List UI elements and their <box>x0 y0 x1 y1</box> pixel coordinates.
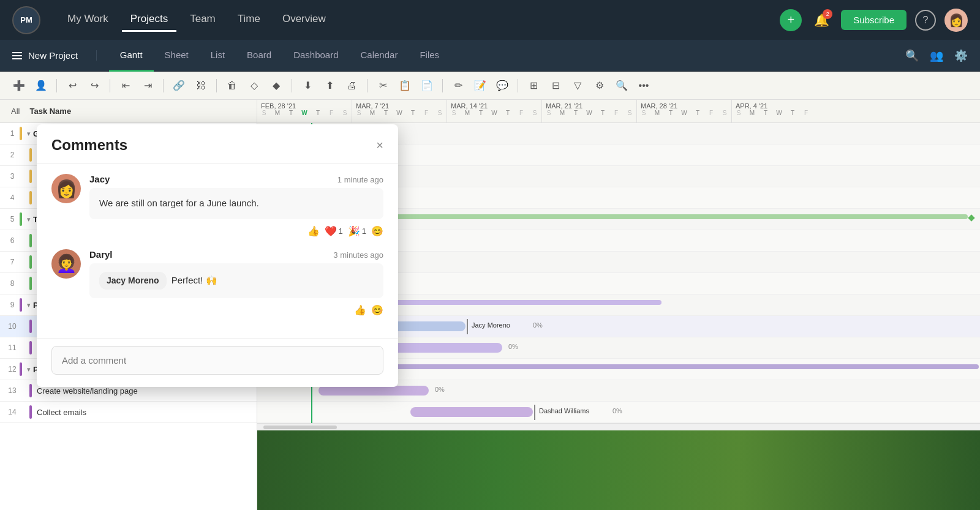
logo-badge[interactable]: PM <box>12 6 40 34</box>
unlink-btn[interactable]: ⛓ <box>192 77 210 95</box>
indent-btn[interactable]: ⇤ <box>116 77 135 95</box>
toolbar-sep-3 <box>163 79 164 92</box>
reaction-heart[interactable]: ❤️ 1 <box>325 225 343 237</box>
settings-icon[interactable]: ⚙️ <box>954 49 968 62</box>
config-btn[interactable]: ⚙ <box>590 77 609 95</box>
toolbar: ➕ 👤 ↩ ↪ ⇤ ⇥ 🔗 ⛓ 🗑 ◇ ◆ ⬇ ⬆ 🖨 ✂ 📋 📄 ✏ 📝 💬 … <box>0 72 980 100</box>
team-icon[interactable]: 👥 <box>930 49 943 62</box>
outdent-btn[interactable]: ⇥ <box>138 77 157 95</box>
reaction-party[interactable]: 🎉 1 <box>348 225 366 237</box>
shape2-btn[interactable]: ◆ <box>267 77 285 95</box>
filter-btn[interactable]: ▽ <box>568 77 587 95</box>
subscribe-button[interactable]: Subscribe <box>841 10 907 30</box>
add-button[interactable]: + <box>780 9 802 31</box>
search-icon[interactable]: 🔍 <box>905 49 919 62</box>
scrollbar-thumb[interactable] <box>263 426 337 429</box>
reactions-row: 👍 😊 <box>89 304 383 316</box>
paste-btn[interactable]: 📄 <box>418 77 436 95</box>
row-number: 5 <box>5 215 20 223</box>
grid-btn[interactable]: ⊟ <box>546 77 565 95</box>
reaction-smile[interactable]: 😊 <box>371 304 383 316</box>
row-number: 12 <box>5 365 20 373</box>
date-day: T <box>474 110 488 116</box>
reaction-thumbsup[interactable]: 👍 <box>307 225 320 237</box>
date-day-today: W <box>298 110 311 119</box>
tab-board[interactable]: Board <box>236 40 282 72</box>
share-btn[interactable]: ⬆ <box>320 77 339 95</box>
group-expand-icon[interactable]: ▾ <box>27 301 31 309</box>
logo-text: PM <box>20 15 32 24</box>
add-task-btn[interactable]: ➕ <box>10 77 28 95</box>
date-day: W <box>677 110 691 116</box>
tab-sheet[interactable]: Sheet <box>154 40 200 72</box>
zoom-btn[interactable]: 🔍 <box>612 77 631 95</box>
export-btn[interactable]: ⬇ <box>298 77 317 95</box>
task-name: Collect emails <box>37 408 86 417</box>
tab-calendar[interactable]: Calendar <box>350 40 409 72</box>
notification-badge: 2 <box>823 9 832 19</box>
group-expand-icon[interactable]: ▾ <box>27 366 31 373</box>
toolbar-sep-4 <box>216 79 217 92</box>
add-comment-input[interactable] <box>51 346 383 375</box>
undo-btn[interactable]: ↩ <box>63 77 81 95</box>
group-expand-icon[interactable]: ▾ <box>27 216 31 223</box>
row-color-bar <box>20 298 22 312</box>
print-btn[interactable]: 🖨 <box>342 77 361 95</box>
nav-time[interactable]: Time <box>229 8 269 32</box>
new-project-btn[interactable]: New Project <box>12 50 97 61</box>
row-number: 7 <box>5 258 20 266</box>
redo-btn[interactable]: ↪ <box>85 77 104 95</box>
gantt-resize-handle[interactable] <box>467 319 468 334</box>
view-btn[interactable]: ⊞ <box>524 77 543 95</box>
table-row[interactable]: 14 Collect emails <box>0 402 257 423</box>
toolbar-sep-5 <box>292 79 292 92</box>
date-day: S <box>447 110 461 116</box>
tab-dashboard[interactable]: Dashboard <box>282 40 349 72</box>
date-day: W <box>393 110 406 119</box>
reaction-smile[interactable]: 😊 <box>371 225 383 237</box>
comment-btn[interactable]: 💬 <box>493 77 511 95</box>
shape1-btn[interactable]: ◇ <box>245 77 263 95</box>
nav-projects[interactable]: Projects <box>122 8 176 32</box>
user-avatar[interactable]: 👩 <box>944 9 968 32</box>
close-comments-button[interactable]: × <box>376 138 383 152</box>
pen-btn[interactable]: ✏ <box>449 77 467 95</box>
gantt-bar-pct: 0% <box>533 321 543 329</box>
cut-btn[interactable]: ✂ <box>374 77 392 95</box>
help-button[interactable]: ? <box>915 10 936 31</box>
copy-btn[interactable]: 📋 <box>396 77 414 95</box>
date-day: T <box>596 110 609 116</box>
group-expand-icon[interactable]: ▾ <box>27 130 31 138</box>
nav-team[interactable]: Team <box>181 8 224 32</box>
nav-overview[interactable]: Overview <box>274 8 334 32</box>
more-btn[interactable]: ••• <box>635 77 653 95</box>
date-day: T <box>311 110 325 119</box>
gantt-bar <box>318 386 429 396</box>
row-color-bar <box>29 320 32 333</box>
add-person-btn[interactable]: 👤 <box>32 77 50 95</box>
row-color-bar <box>29 148 32 162</box>
nav-my-work[interactable]: My Work <box>59 8 117 32</box>
row-color-bar <box>29 384 32 397</box>
date-day: S <box>338 110 352 119</box>
comments-body: 👩 Jacy 1 minute ago We are still on targ… <box>37 164 398 338</box>
all-button[interactable]: All <box>6 104 24 118</box>
row-color-bar <box>29 405 32 419</box>
horizontal-scrollbar[interactable] <box>257 423 980 430</box>
note-btn[interactable]: 📝 <box>471 77 489 95</box>
comment-meta: Daryl 3 minutes ago <box>89 249 383 260</box>
notifications-button[interactable]: 🔔 2 <box>810 9 832 31</box>
reaction-thumbsup[interactable]: 👍 <box>354 304 366 316</box>
comment-bubble-wrapper: We are still on target for a June launch… <box>89 188 383 219</box>
tab-gantt[interactable]: Gantt <box>109 40 154 72</box>
gantt-resize-handle[interactable] <box>534 405 535 420</box>
date-day: W <box>488 110 501 116</box>
gantt-bar-pct: 0% <box>508 343 518 350</box>
row-color-bar <box>29 170 32 183</box>
date-day: S <box>718 110 731 116</box>
date-day: S <box>352 110 366 119</box>
tab-files[interactable]: Files <box>409 40 450 72</box>
link-btn[interactable]: 🔗 <box>170 77 188 95</box>
tab-list[interactable]: List <box>200 40 236 72</box>
delete-btn[interactable]: 🗑 <box>223 77 241 95</box>
